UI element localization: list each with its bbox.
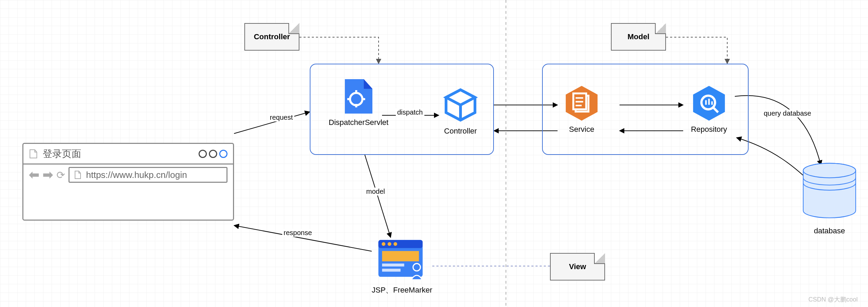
controller-label: Controller <box>444 127 477 136</box>
page-icon <box>74 170 81 179</box>
repository-icon <box>690 84 728 122</box>
note-model-label: Model <box>627 32 649 41</box>
database: database <box>798 162 860 235</box>
webpage-icon <box>376 237 428 282</box>
cube-icon <box>442 86 479 124</box>
template-engine: JSP、FreeMarker <box>372 237 432 295</box>
note-view-label: View <box>569 262 586 271</box>
browser-tabbar: 登录页面 <box>23 144 233 165</box>
note-model: Model <box>611 23 666 51</box>
service-label: Service <box>569 125 594 134</box>
service-icon <box>563 84 601 122</box>
gear-file-icon <box>340 77 378 115</box>
back-icon: ⬅ <box>29 168 39 182</box>
svg-point-21 <box>393 242 397 246</box>
edge-dispatch-label: dispatch <box>396 108 424 116</box>
edge-request-label: request <box>268 114 294 121</box>
url-box: https://www.hukp.cn/login <box>68 167 227 183</box>
service-component: Service <box>563 84 601 134</box>
database-icon <box>798 162 860 224</box>
svg-point-25 <box>413 264 420 271</box>
svg-rect-23 <box>382 264 404 267</box>
note-controller-label: Controller <box>254 32 290 41</box>
watermark: CSDN @大鹏cool <box>808 295 858 304</box>
svg-rect-3 <box>355 104 357 107</box>
repository-component: Repository <box>690 84 728 134</box>
edge-model-label: model <box>365 188 386 195</box>
note-controller: Controller <box>244 23 299 51</box>
repository-label: Repository <box>691 125 727 134</box>
svg-point-20 <box>388 242 391 246</box>
browser-tab-title: 登录页面 <box>43 147 81 160</box>
browser-body <box>23 185 233 220</box>
browser-window: 登录页面 ⬅ ➡ ⟳ https://www.hukp.cn/login <box>22 143 234 221</box>
edge-response-label: response <box>282 229 313 237</box>
dot-icon <box>219 150 227 158</box>
svg-rect-14 <box>705 100 707 105</box>
template-label: JSP、FreeMarker <box>372 285 432 295</box>
note-view: View <box>550 253 605 280</box>
dot-icon <box>209 150 217 158</box>
forward-icon: ➡ <box>43 168 53 182</box>
database-label: database <box>814 226 845 235</box>
window-controls <box>199 150 227 158</box>
dispatcher-label: DispatcherServlet <box>329 118 389 127</box>
svg-rect-24 <box>382 269 401 272</box>
svg-point-19 <box>382 242 385 246</box>
svg-rect-15 <box>708 99 710 105</box>
page-icon <box>29 149 38 159</box>
dispatcher-servlet: DispatcherServlet <box>329 77 389 127</box>
svg-rect-4 <box>347 98 351 100</box>
reload-icon: ⟳ <box>56 169 65 181</box>
edge-query-db-label: query database <box>762 109 813 117</box>
dot-icon <box>199 150 207 158</box>
svg-rect-22 <box>382 251 419 261</box>
svg-rect-5 <box>362 98 365 100</box>
svg-rect-2 <box>355 90 357 94</box>
browser-toolbar: ⬅ ➡ ⟳ https://www.hukp.cn/login <box>23 165 233 185</box>
controller-component: Controller <box>442 86 479 136</box>
svg-rect-16 <box>711 102 713 105</box>
browser-url: https://www.hukp.cn/login <box>86 170 187 180</box>
